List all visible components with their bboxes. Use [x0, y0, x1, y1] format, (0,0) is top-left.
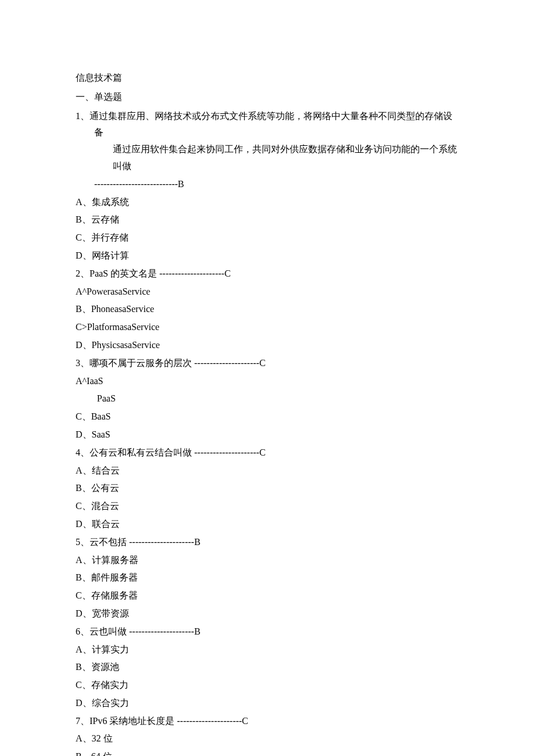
question-2-option-a: A^PowerasaService	[76, 284, 459, 300]
question-1-answer-line: ---------------------------B	[76, 176, 459, 193]
question-4-stem: 4、公有云和私有云结合叫做 ---------------------C	[76, 445, 459, 461]
question-2-option-c: C>PlatformasaService	[76, 319, 459, 336]
question-6-option-d: D、综合实力	[76, 695, 459, 712]
question-4-option-b: B、公有云	[76, 480, 459, 497]
question-6-option-c: C、存储实力	[76, 677, 459, 694]
question-5-option-b: B、邮件服务器	[76, 569, 459, 586]
question-2-option-b: B、PhoneasaService	[76, 301, 459, 318]
question-2-option-d: D、PhysicsasaService	[76, 337, 459, 354]
question-4-option-d: D、联合云	[76, 516, 459, 533]
question-7-stem: 7、IPv6 采纳地址长度是 ---------------------C	[76, 713, 459, 730]
question-5-option-d: D、宽带资源	[76, 605, 459, 622]
question-6-stem: 6、云也叫做 ---------------------B	[76, 624, 459, 640]
question-4-option-c: C、混合云	[76, 498, 459, 515]
question-3-option-a: A^IaaS	[76, 373, 459, 390]
question-4-option-a: A、结合云	[76, 463, 459, 479]
document-title: 信息技术篇	[76, 70, 459, 87]
question-5-option-c: C、存储服务器	[76, 587, 459, 604]
question-3-option-d: D、SaaS	[76, 427, 459, 443]
question-3-stem: 3、哪项不属于云服务的层次 ---------------------C	[76, 355, 459, 372]
question-6-option-a: A、计算实力	[76, 642, 459, 658]
question-5-option-a: A、计算服务器	[76, 552, 459, 569]
question-1-stem: 1、通过集群应用、网络技术或分布式文件系统等功能，将网络中大量各种不同类型的存储…	[76, 108, 459, 175]
question-7-option-b: B、64 位	[76, 748, 459, 756]
question-6-option-b: B、资源池	[76, 659, 459, 676]
section-heading: 一、单选题	[76, 89, 459, 106]
question-1-stem-line2: 通过应用软件集合起来协同工作，共同对外供应数据存储和业务访问功能的一个系统叫做	[94, 141, 459, 175]
question-1-stem-line1: 1、通过集群应用、网络技术或分布式文件系统等功能，将网络中大量各种不同类型的存储…	[76, 111, 452, 138]
question-7-option-a: A、32 位	[76, 730, 459, 747]
question-3-option-c: C、BaaS	[76, 409, 459, 425]
question-2-stem: 2、PaaS 的英文名是 ---------------------C	[76, 266, 459, 282]
question-3-option-b: PaaS	[76, 390, 459, 407]
question-5-stem: 5、云不包括 ---------------------B	[76, 534, 459, 551]
question-1-option-b: B、云存储	[76, 212, 459, 228]
question-1-option-d: D、网络计算	[76, 248, 459, 264]
question-1-option-a: A、集成系统	[76, 194, 459, 211]
question-1-option-c: C、并行存储	[76, 230, 459, 246]
